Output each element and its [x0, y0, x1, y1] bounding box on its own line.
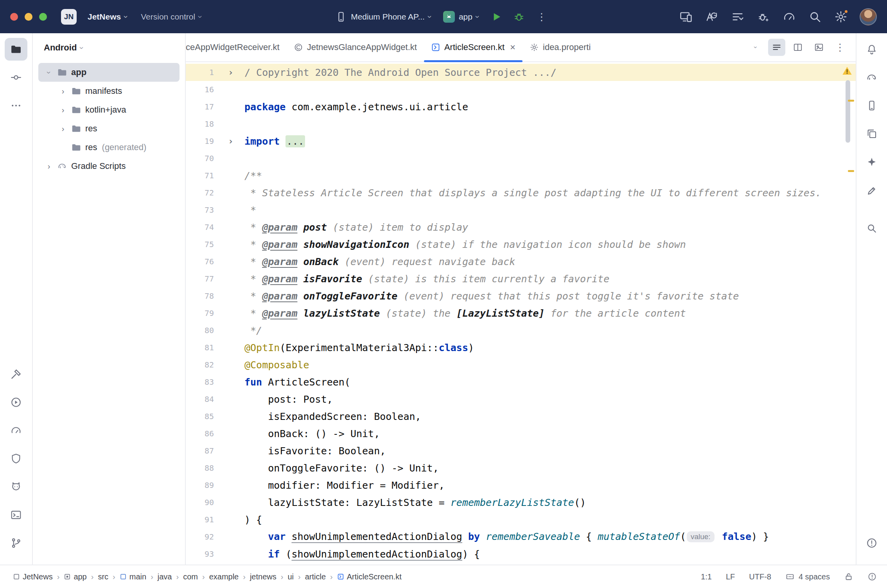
expand-collapse-icon[interactable]: › — [45, 68, 54, 77]
line-number[interactable]: 74 — [186, 222, 214, 232]
code-line[interactable]: 74 * @param post (state) item to display — [186, 219, 856, 236]
breadcrumb-item[interactable]: jetnews — [247, 571, 279, 583]
version-control-tool-button[interactable] — [5, 532, 27, 554]
line-number[interactable]: 88 — [186, 463, 214, 473]
editor-more-options[interactable]: ⋮ — [831, 39, 849, 56]
code-line[interactable]: 88 onToggleFavorite: () -> Unit, — [186, 459, 856, 477]
fold-toggle-icon[interactable]: › — [214, 67, 244, 77]
line-number[interactable]: 79 — [186, 308, 214, 318]
build-tool-button[interactable] — [5, 363, 27, 385]
code-line[interactable]: 91) { — [186, 511, 856, 528]
encoding-widget[interactable]: UTF-8 — [749, 572, 771, 581]
code-inspect-icon[interactable] — [702, 7, 722, 27]
logcat-tool-button[interactable] — [5, 475, 27, 498]
terminal-tool-button[interactable] — [5, 504, 27, 526]
expand-collapse-icon[interactable]: › — [59, 124, 67, 133]
code-line[interactable]: 80 */ — [186, 322, 856, 339]
close-window-button[interactable] — [10, 13, 18, 21]
breadcrumb-item[interactable]: article — [302, 571, 329, 583]
line-number[interactable]: 18 — [186, 119, 214, 129]
run-button[interactable] — [486, 7, 506, 27]
breadcrumb-item[interactable]: JetNews — [10, 571, 56, 583]
find-button[interactable] — [860, 217, 883, 240]
code-line[interactable]: 77 * @param isFavorite (state) is this i… — [186, 270, 856, 287]
breadcrumb-item[interactable]: app — [61, 571, 89, 583]
code-line[interactable]: 89 modifier: Modifier = Modifier, — [186, 477, 856, 494]
expand-collapse-icon[interactable]: › — [59, 87, 67, 96]
project-menu-button[interactable]: JetNews › — [83, 9, 132, 25]
tree-item-app[interactable]: › app — [38, 63, 180, 82]
inspections-warning-icon[interactable] — [842, 65, 853, 76]
code-line[interactable]: 78 * @param onToggleFavorite (event) req… — [186, 287, 856, 305]
code-line[interactable]: 16 — [186, 81, 856, 98]
code-line[interactable]: 79 * @param lazyListState (state) the [L… — [186, 305, 856, 322]
debug-button[interactable] — [509, 7, 529, 27]
line-number[interactable]: 82 — [186, 360, 214, 369]
device-manager-button[interactable] — [860, 94, 883, 117]
code-line[interactable]: 83fun ArticleScreen( — [186, 373, 856, 391]
code-line[interactable]: 87 isFavorite: Boolean, — [186, 442, 856, 459]
line-number[interactable]: 77 — [186, 274, 214, 283]
breadcrumb-item[interactable]: java — [155, 571, 175, 583]
profiler-icon[interactable] — [779, 7, 799, 27]
code-line[interactable]: 81@OptIn(ExperimentalMaterial3Api::class… — [186, 339, 856, 356]
expand-collapse-icon[interactable]: › — [59, 106, 67, 115]
line-number[interactable]: 80 — [186, 326, 214, 335]
line-number[interactable]: 85 — [186, 412, 214, 421]
code-line[interactable]: 84 post: Post, — [186, 391, 856, 408]
line-number[interactable]: 16 — [186, 85, 214, 94]
run-tool-button[interactable] — [5, 391, 27, 414]
breadcrumb-item[interactable]: main — [117, 571, 149, 583]
readonly-lock-widget[interactable] — [844, 572, 853, 581]
line-number[interactable]: 84 — [186, 394, 214, 404]
gradle-button[interactable] — [860, 66, 883, 89]
refactor-button[interactable] — [860, 179, 883, 201]
breadcrumb-item[interactable]: com — [180, 571, 201, 583]
gemini-button[interactable] — [860, 151, 883, 173]
breadcrumb-item[interactable]: ui — [285, 571, 296, 583]
breadcrumb-item[interactable]: example — [206, 571, 242, 583]
line-number[interactable]: 71 — [186, 171, 214, 180]
status-problems-icon[interactable] — [867, 572, 877, 581]
line-number[interactable]: 87 — [186, 446, 214, 455]
zoom-window-button[interactable] — [39, 13, 47, 21]
tab-articlescreen[interactable]: ArticleScreen.kt × — [424, 33, 523, 61]
code-line[interactable]: 82@Composable — [186, 356, 856, 373]
hidden-tabs-dropdown[interactable]: › — [747, 39, 764, 56]
line-number[interactable]: 81 — [186, 343, 214, 352]
tab-jetnewsglanceappwidget[interactable]: JetnewsGlanceAppWidget.kt — [287, 33, 424, 61]
run-configuration-dropdown[interactable]: app › — [438, 8, 484, 26]
code-editor[interactable]: 1›/ Copyright 2020 The Android Open Sour… — [186, 62, 856, 565]
line-number[interactable]: 1 — [186, 68, 214, 77]
code-line[interactable]: 71/** — [186, 167, 856, 184]
device-selector-dropdown[interactable]: Medium Phone AP... › — [330, 8, 436, 26]
breadcrumb-item[interactable]: src — [95, 571, 111, 583]
code-line[interactable]: 90 lazyListState: LazyListState = rememb… — [186, 494, 856, 511]
tree-item-gradle-scripts[interactable]: › Gradle Scripts — [38, 157, 180, 176]
notifications-button[interactable] — [860, 38, 883, 61]
code-line[interactable]: 70 — [186, 150, 856, 167]
line-number[interactable]: 93 — [186, 549, 214, 559]
code-line[interactable]: 75 * @param showNavigationIcon (state) i… — [186, 236, 856, 253]
code-line[interactable]: 85 isExpandedScreen: Boolean, — [186, 408, 856, 425]
close-tab-icon[interactable]: × — [510, 43, 515, 52]
expand-collapse-icon[interactable]: › — [45, 162, 53, 171]
code-line[interactable]: 93 if (showUnimplementedActionDialog) { — [186, 545, 856, 563]
debug-sparkle-icon[interactable] — [753, 7, 774, 27]
project-tool-button[interactable] — [5, 38, 27, 61]
tree-item-manifests[interactable]: › manifests — [38, 82, 180, 100]
line-number[interactable]: 75 — [186, 240, 214, 249]
project-view-selector[interactable]: Android › — [33, 33, 185, 62]
code-line[interactable]: 19›import ... — [186, 133, 856, 150]
line-number[interactable]: 17 — [186, 102, 214, 111]
more-run-actions-button[interactable]: ⋮ — [531, 7, 552, 27]
line-number[interactable]: 70 — [186, 154, 214, 163]
resource-manager-button[interactable] — [860, 122, 883, 145]
line-number[interactable]: 89 — [186, 480, 214, 490]
search-everywhere-icon[interactable] — [805, 7, 825, 27]
profiler-tool-button[interactable] — [5, 419, 27, 442]
tree-item-res-generated[interactable]: res (generated) — [38, 138, 180, 157]
code-line[interactable]: 76 * @param onBack (event) request navig… — [186, 253, 856, 270]
line-number[interactable]: 78 — [186, 291, 214, 301]
tree-item-kotlin-java[interactable]: › kotlin+java — [38, 100, 180, 119]
